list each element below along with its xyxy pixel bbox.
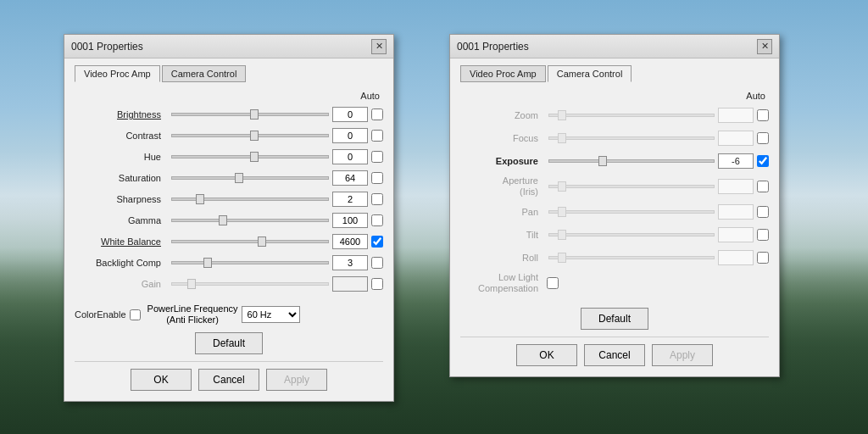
sharpness-auto[interactable]: [371, 193, 383, 205]
exposure-slider[interactable]: [548, 159, 715, 163]
auto-header-left: Auto: [75, 91, 383, 101]
gain-auto[interactable]: [371, 278, 383, 290]
zoom-label: Zoom: [460, 110, 545, 120]
powerline-label: PowerLine Frequency (Anti Flicker): [147, 303, 238, 326]
dialog-camera-control: 0001 Properties ✕ Video Proc Amp Camera …: [449, 34, 780, 377]
roll-auto[interactable]: [757, 252, 769, 264]
exposure-row: Exposure: [460, 152, 769, 170]
dialog-video-proc-amp: 0001 Properties ✕ Video Proc Amp Camera …: [64, 34, 394, 402]
exposure-input[interactable]: [718, 153, 754, 169]
aperture-input: [718, 179, 754, 194]
contrast-slider[interactable]: [171, 134, 329, 137]
ok-button-right[interactable]: OK: [516, 344, 577, 366]
close-button-left[interactable]: ✕: [371, 39, 387, 54]
ok-button-left[interactable]: OK: [131, 369, 192, 391]
dialog-title-left: 0001 Properties: [71, 41, 143, 53]
roll-input: [718, 250, 754, 265]
pan-row: Pan: [460, 203, 769, 221]
focus-input: [718, 131, 754, 146]
roll-label: Roll: [460, 253, 545, 263]
hue-auto[interactable]: [371, 151, 383, 163]
backlight-row: Backlight Comp: [75, 254, 383, 271]
pan-auto[interactable]: [757, 206, 769, 218]
tab-video-proc-amp[interactable]: Video Proc Amp: [75, 65, 160, 82]
backlight-input[interactable]: [332, 255, 368, 270]
hue-slider[interactable]: [171, 155, 329, 159]
gamma-slider[interactable]: [171, 219, 329, 222]
contrast-input[interactable]: [332, 128, 368, 143]
gamma-input[interactable]: [332, 213, 368, 228]
pan-slider: [548, 210, 715, 214]
apply-button-left[interactable]: Apply: [266, 369, 327, 391]
sharpness-label: Sharpness: [75, 194, 168, 204]
gamma-auto[interactable]: [371, 214, 383, 226]
dialog-titlebar-right: 0001 Properties ✕: [450, 35, 779, 58]
color-powerline-row: ColorEnable PowerLine Frequency (Anti Fl…: [75, 303, 383, 326]
powerline-select[interactable]: 60 Hz 50 Hz Disabled: [242, 306, 300, 323]
default-button-left[interactable]: Default: [195, 332, 263, 354]
tilt-row: Tilt: [460, 225, 769, 244]
brightness-slider[interactable]: [171, 113, 329, 116]
apply-button-right[interactable]: Apply: [652, 344, 713, 366]
brightness-row: Brightness: [75, 106, 383, 123]
focus-row: Focus: [460, 129, 769, 147]
zoom-row: Zoom: [460, 106, 769, 125]
default-button-right[interactable]: Default: [581, 308, 648, 330]
cancel-button-left[interactable]: Cancel: [198, 369, 259, 391]
aperture-row: Aperture(Iris): [460, 175, 769, 198]
backlight-slider[interactable]: [171, 261, 329, 264]
saturation-input[interactable]: [332, 170, 368, 186]
focus-slider: [548, 136, 715, 140]
hue-label: Hue: [75, 152, 168, 162]
tab-camera-control-left[interactable]: Camera Control: [162, 65, 247, 82]
tilt-label: Tilt: [460, 230, 545, 240]
zoom-auto[interactable]: [757, 109, 769, 121]
auto-header-right: Auto: [460, 91, 769, 101]
white-balance-slider[interactable]: [171, 240, 329, 243]
color-enable-checkbox[interactable]: [130, 309, 141, 320]
saturation-slider[interactable]: [171, 176, 329, 180]
white-balance-row: White Balance: [75, 233, 383, 250]
roll-slider: [548, 256, 715, 259]
focus-auto[interactable]: [757, 132, 769, 144]
aperture-slider: [548, 185, 715, 188]
default-area-right: Default: [460, 308, 769, 330]
exposure-auto[interactable]: [757, 155, 769, 167]
tab-video-proc-amp-right[interactable]: Video Proc Amp: [460, 65, 546, 82]
color-enable-group: ColorEnable: [75, 309, 141, 320]
dialog-content-left: Video Proc Amp Camera Control Auto Brigh…: [64, 58, 393, 401]
contrast-auto[interactable]: [371, 130, 383, 142]
low-light-checkbox[interactable]: [547, 277, 559, 289]
zoom-slider: [548, 114, 715, 117]
white-balance-auto[interactable]: [371, 236, 383, 248]
backlight-auto[interactable]: [371, 257, 383, 269]
gamma-label: Gamma: [75, 215, 168, 225]
focus-label: Focus: [460, 133, 545, 143]
hue-input[interactable]: [332, 149, 368, 164]
saturation-label: Saturation: [75, 173, 168, 183]
default-area-left: Default: [75, 332, 383, 354]
white-balance-input[interactable]: [332, 234, 368, 249]
gain-label: Gain: [75, 279, 168, 289]
cancel-button-right[interactable]: Cancel: [584, 344, 645, 366]
brightness-auto[interactable]: [371, 108, 383, 120]
saturation-auto[interactable]: [371, 172, 383, 184]
aperture-label: Aperture(Iris): [460, 175, 545, 198]
hue-row: Hue: [75, 148, 383, 165]
sharpness-input[interactable]: [332, 192, 368, 207]
sharpness-slider[interactable]: [171, 198, 329, 201]
low-light-label: Low LightCompensation: [460, 272, 545, 294]
contrast-row: Contrast: [75, 127, 383, 144]
close-button-right[interactable]: ✕: [757, 39, 772, 54]
tabs-left: Video Proc Amp Camera Control: [75, 65, 383, 82]
brightness-input[interactable]: [332, 107, 368, 122]
pan-label: Pan: [460, 207, 545, 217]
dialog-buttons-right: OK Cancel Apply: [460, 337, 769, 366]
tilt-auto[interactable]: [757, 229, 769, 241]
tab-camera-control-right[interactable]: Camera Control: [548, 65, 632, 82]
dialog-content-right: Video Proc Amp Camera Control Auto Zoom …: [450, 58, 779, 376]
aperture-auto[interactable]: [757, 181, 769, 192]
contrast-label: Contrast: [75, 131, 168, 141]
dialog-buttons-left: OK Cancel Apply: [75, 361, 383, 391]
tilt-input: [718, 227, 754, 242]
